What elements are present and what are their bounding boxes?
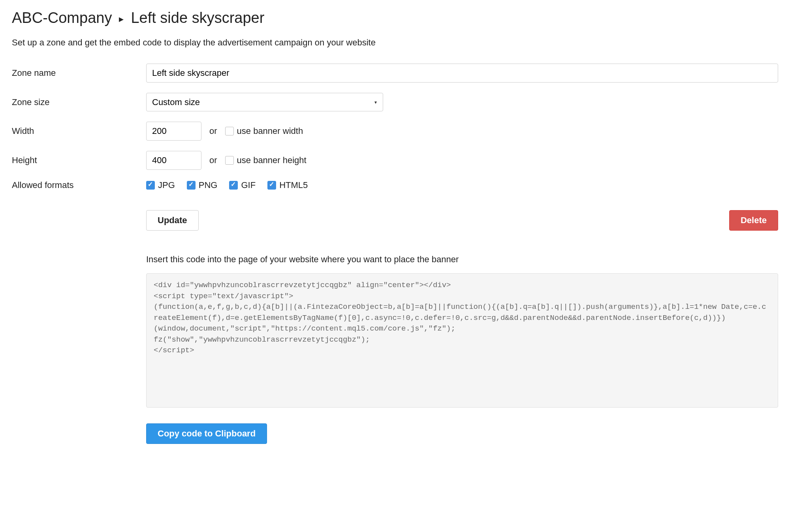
width-input[interactable] [146,122,201,141]
use-banner-height-text: use banner height [237,155,307,165]
use-banner-height-label[interactable]: use banner height [225,155,307,165]
zone-size-label: Zone size [12,97,146,107]
formats-label: Allowed formats [12,180,146,190]
width-label: Width [12,126,146,136]
chevron-right-icon: ▸ [119,13,124,24]
width-or-text: or [209,126,217,136]
format-html5-text: HTML5 [279,180,308,190]
format-jpg-text: JPG [158,180,175,190]
use-banner-width-text: use banner width [237,126,303,136]
format-png-text: PNG [199,180,218,190]
use-banner-width-label[interactable]: use banner width [225,126,303,136]
use-banner-width-checkbox[interactable] [225,127,234,135]
delete-button[interactable]: Delete [729,210,778,231]
zone-name-input[interactable] [146,64,778,83]
use-banner-height-checkbox[interactable] [225,156,234,165]
height-or-text: or [209,155,217,165]
format-gif-text: GIF [241,180,256,190]
zone-size-select[interactable]: Custom size [146,93,383,111]
page-subtitle: Set up a zone and get the embed code to … [12,38,778,48]
format-png-label[interactable]: PNG [187,180,218,190]
breadcrumb-parent[interactable]: ABC-Company [12,9,112,26]
format-png-checkbox[interactable] [187,181,196,190]
height-input[interactable] [146,151,201,170]
format-gif-label[interactable]: GIF [229,180,256,190]
code-instruction: Insert this code into the page of your w… [146,254,778,265]
format-gif-checkbox[interactable] [229,181,238,190]
update-button[interactable]: Update [146,210,199,231]
copy-code-button[interactable]: Copy code to Clipboard [146,423,267,444]
embed-code-box[interactable]: <div id="ywwhpvhzuncoblrascrrevzetytjccq… [146,273,778,408]
zone-name-label: Zone name [12,68,146,78]
format-jpg-label[interactable]: JPG [146,180,175,190]
format-jpg-checkbox[interactable] [146,181,155,190]
format-html5-checkbox[interactable] [267,181,276,190]
breadcrumb-current: Left side skyscraper [131,9,264,26]
format-html5-label[interactable]: HTML5 [267,180,308,190]
height-label: Height [12,155,146,165]
breadcrumb: ABC-Company ▸ Left side skyscraper [12,9,778,26]
